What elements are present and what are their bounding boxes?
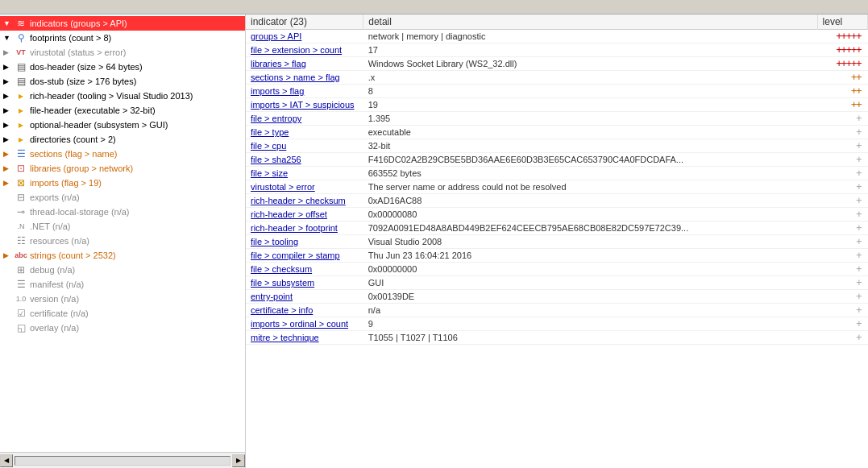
tree-item-footprints[interactable]: ▼⚲footprints (count > 8): [0, 31, 245, 45]
cell-indicator-21[interactable]: imports > ordinal > count: [246, 317, 363, 331]
cell-indicator-7[interactable]: file > type: [246, 126, 363, 139]
cell-indicator-6[interactable]: file > entropy: [246, 112, 363, 126]
tree-item-version[interactable]: 1.0version (n/a): [0, 292, 245, 306]
table-row[interactable]: file > compiler > stampThu Jun 23 16:04:…: [246, 249, 868, 263]
table-row[interactable]: mitre > techniqueT1055 | T1027 | T1106+: [246, 331, 868, 345]
expand-arrow-virustotal[interactable]: ▶: [3, 46, 13, 59]
indicator-link-6[interactable]: file > entropy: [251, 114, 301, 123]
right-table-container[interactable]: indicator (23)detaillevel groups > APIne…: [246, 14, 868, 468]
cell-indicator-14[interactable]: rich-header > footprint: [246, 222, 363, 235]
table-row[interactable]: imports > flag8++: [246, 85, 868, 98]
table-row[interactable]: imports > ordinal > count9+: [246, 317, 868, 331]
indicator-link-15[interactable]: file > tooling: [251, 237, 298, 246]
expand-arrow-footprints[interactable]: ▼: [3, 31, 13, 44]
indicator-link-21[interactable]: imports > ordinal > count: [251, 319, 348, 329]
indicator-link-19[interactable]: entry-point: [251, 292, 293, 301]
tree-item-thread-local-storage[interactable]: ⊸thread-local-storage (n/a): [0, 205, 245, 219]
cell-indicator-8[interactable]: file > cpu: [246, 139, 363, 153]
tree-item-overlay[interactable]: ◱overlay (n/a): [0, 321, 245, 335]
tree-item-virustotal[interactable]: ▶VTvirustotal (status > error): [0, 45, 245, 60]
table-row[interactable]: file > sha256F416DC02A2B29CB5E5BD36AAE6E…: [246, 153, 868, 167]
tree-item-net[interactable]: .N.NET (n/a): [0, 219, 245, 234]
tree-item-debug[interactable]: ⊞debug (n/a): [0, 263, 245, 277]
expand-arrow-directories[interactable]: ▶: [3, 133, 13, 146]
cell-indicator-16[interactable]: file > compiler > stamp: [246, 249, 363, 263]
expand-arrow-file-header[interactable]: ▶: [3, 104, 13, 117]
indicator-link-20[interactable]: certificate > info: [251, 305, 313, 315]
indicator-link-5[interactable]: imports > IAT > suspicious: [251, 100, 355, 110]
indicator-link-12[interactable]: rich-header > checksum: [251, 196, 346, 205]
tree-item-dos-header[interactable]: ▶▤dos-header (size > 64 bytes): [0, 60, 245, 74]
cell-indicator-10[interactable]: file > size: [246, 167, 363, 180]
tree-item-imports[interactable]: ▶⊠imports (flag > 19): [0, 176, 245, 190]
cell-indicator-1[interactable]: file > extension > count: [246, 43, 363, 57]
table-row[interactable]: file > checksum0x00000000+: [246, 263, 868, 276]
cell-indicator-15[interactable]: file > tooling: [246, 235, 363, 249]
indicator-link-4[interactable]: imports > flag: [251, 86, 304, 96]
cell-indicator-20[interactable]: certificate > info: [246, 304, 363, 317]
tree-item-rich-header[interactable]: ▶▸rich-header (tooling > Visual Studio 2…: [0, 89, 245, 103]
indicator-link-3[interactable]: sections > name > flag: [251, 72, 340, 82]
tree-item-resources[interactable]: ☷resources (n/a): [0, 234, 245, 248]
table-row[interactable]: file > typeexecutable+: [246, 126, 868, 139]
table-row[interactable]: sections > name > flag.x++: [246, 71, 868, 85]
horizontal-scrollbar[interactable]: [15, 456, 230, 466]
cell-indicator-9[interactable]: file > sha256: [246, 153, 363, 167]
tree-item-file-header[interactable]: ▶▸file-header (executable > 32-bit): [0, 103, 245, 118]
left-tree[interactable]: ▼≋indicators (groups > API)▼⚲footprints …: [0, 14, 245, 452]
cell-indicator-3[interactable]: sections > name > flag: [246, 71, 363, 85]
table-row[interactable]: groups > APInetwork | memory | diagnosti…: [246, 30, 868, 43]
indicator-link-14[interactable]: rich-header > footprint: [251, 223, 338, 233]
scroll-left-arrow[interactable]: ◀: [0, 454, 13, 467]
indicator-link-0[interactable]: groups > API: [251, 31, 301, 41]
indicator-link-22[interactable]: mitre > technique: [251, 333, 319, 342]
cell-indicator-0[interactable]: groups > API: [246, 30, 363, 43]
tree-item-exports[interactable]: ⊟exports (n/a): [0, 190, 245, 205]
cell-indicator-19[interactable]: entry-point: [246, 290, 363, 304]
tree-item-libraries[interactable]: ▶⊡libraries (group > network): [0, 161, 245, 176]
table-row[interactable]: libraries > flagWindows Socket Library (…: [246, 57, 868, 71]
cell-indicator-5[interactable]: imports > IAT > suspicious: [246, 98, 363, 112]
tree-item-indicators[interactable]: ▼≋indicators (groups > API): [0, 16, 245, 31]
tree-item-strings[interactable]: ▶abcstrings (count > 2532): [0, 248, 245, 263]
indicator-link-2[interactable]: libraries > flag: [251, 59, 306, 68]
expand-arrow-dos-stub[interactable]: ▶: [3, 75, 13, 88]
indicator-link-16[interactable]: file > compiler > stamp: [251, 251, 340, 260]
tree-item-manifest[interactable]: ☰manifest (n/a): [0, 277, 245, 292]
indicator-link-9[interactable]: file > sha256: [251, 155, 301, 164]
cell-indicator-4[interactable]: imports > flag: [246, 85, 363, 98]
scroll-right-arrow[interactable]: ▶: [232, 454, 245, 467]
indicator-link-13[interactable]: rich-header > offset: [251, 209, 327, 219]
cell-indicator-13[interactable]: rich-header > offset: [246, 208, 363, 222]
expand-arrow-indicators[interactable]: ▼: [3, 17, 13, 30]
table-row[interactable]: file > toolingVisual Studio 2008+: [246, 235, 868, 249]
expand-arrow-dos-header[interactable]: ▶: [3, 60, 13, 73]
table-row[interactable]: virustotal > errorThe server name or add…: [246, 180, 868, 194]
tree-item-optional-header[interactable]: ▶▸optional-header (subsystem > GUI): [0, 118, 245, 132]
tree-item-certificate[interactable]: ☑certificate (n/a): [0, 306, 245, 321]
indicator-link-11[interactable]: virustotal > error: [251, 182, 315, 192]
expand-arrow-sections[interactable]: ▶: [3, 147, 13, 160]
table-row[interactable]: file > subsystemGUI+: [246, 276, 868, 290]
indicator-link-17[interactable]: file > checksum: [251, 264, 312, 274]
expand-arrow-strings[interactable]: ▶: [3, 249, 13, 262]
table-row[interactable]: entry-point0x00139DE+: [246, 290, 868, 304]
expand-arrow-rich-header[interactable]: ▶: [3, 89, 13, 102]
cell-indicator-18[interactable]: file > subsystem: [246, 276, 363, 290]
cell-indicator-17[interactable]: file > checksum: [246, 263, 363, 276]
tree-item-directories[interactable]: ▶▸directories (count > 2): [0, 132, 245, 147]
expand-arrow-libraries[interactable]: ▶: [3, 162, 13, 175]
indicator-link-7[interactable]: file > type: [251, 127, 289, 137]
table-row[interactable]: file > extension > count17+++++: [246, 43, 868, 57]
expand-arrow-optional-header[interactable]: ▶: [3, 118, 13, 131]
cell-indicator-12[interactable]: rich-header > checksum: [246, 194, 363, 208]
table-row[interactable]: rich-header > checksum0xAD16AC88+: [246, 194, 868, 208]
indicator-link-8[interactable]: file > cpu: [251, 141, 286, 151]
cell-indicator-22[interactable]: mitre > technique: [246, 331, 363, 345]
table-row[interactable]: imports > IAT > suspicious19++: [246, 98, 868, 112]
table-row[interactable]: certificate > infon/a+: [246, 304, 868, 317]
indicator-link-10[interactable]: file > size: [251, 168, 288, 178]
cell-indicator-2[interactable]: libraries > flag: [246, 57, 363, 71]
cell-indicator-11[interactable]: virustotal > error: [246, 180, 363, 194]
tree-item-dos-stub[interactable]: ▶▤dos-stub (size > 176 bytes): [0, 74, 245, 89]
